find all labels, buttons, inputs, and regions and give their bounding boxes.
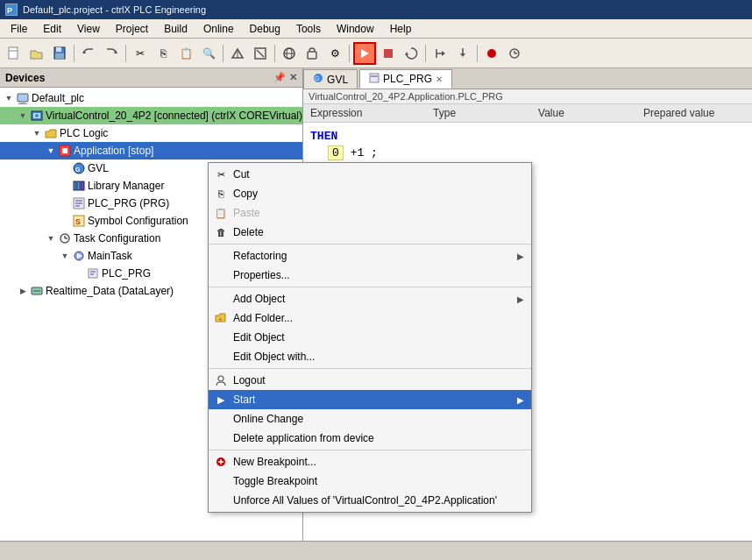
ctx-logout[interactable]: Logout <box>209 371 531 390</box>
ctx-refactoring-label: Refactoring <box>233 250 287 262</box>
ctx-toggle-breakpoint[interactable]: Toggle Breakpoint <box>209 471 531 491</box>
sep3 <box>223 45 223 62</box>
breakpoint-icon <box>214 455 228 469</box>
settings-button[interactable]: ⚙ <box>324 43 345 64</box>
svg-rect-29 <box>18 94 28 102</box>
svg-rect-18 <box>384 49 393 58</box>
tree-item-application[interactable]: ▼ Application [stop] <box>0 142 302 159</box>
ctx-sep3 <box>209 368 531 369</box>
breakpoint-button[interactable] <box>481 43 502 64</box>
library-manager-label: Library Manager <box>88 178 164 194</box>
svg-rect-30 <box>20 102 25 103</box>
ctx-unforce[interactable]: Unforce All Values of 'VirtualControl_20… <box>209 491 531 510</box>
expand-virtualcontrol[interactable]: ▼ <box>16 109 30 123</box>
ctx-refactoring[interactable]: Refactoring ▶ <box>209 246 531 266</box>
statusbar <box>0 541 752 560</box>
expand-application[interactable]: ▼ <box>44 144 58 158</box>
menu-help[interactable]: Help <box>383 21 419 37</box>
svg-line-12 <box>257 50 264 57</box>
ctx-delete[interactable]: 🗑 Delete <box>209 223 531 242</box>
menu-window[interactable]: Window <box>330 21 381 37</box>
ctx-properties-label: Properties... <box>233 269 290 281</box>
menu-view[interactable]: View <box>70 21 107 37</box>
ctx-delete-app[interactable]: Delete application from device <box>209 429 531 448</box>
copy-button[interactable]: ⎘ <box>153 43 174 64</box>
undo-button[interactable] <box>78 43 99 64</box>
paste-button[interactable]: 📋 <box>175 43 196 64</box>
reset-button[interactable] <box>401 43 422 64</box>
tree-item-virtualcontrol[interactable]: ▼ VirtualControl_20_4P2 [connected] (ctr… <box>0 107 302 124</box>
save-button[interactable] <box>49 43 70 64</box>
ctx-unforce-label: Unforce All Values of 'VirtualControl_20… <box>233 494 497 507</box>
redo-button[interactable] <box>101 43 122 64</box>
expand-task-config[interactable]: ▼ <box>44 231 58 245</box>
maintask-icon <box>72 249 86 263</box>
expand-realtime[interactable]: ▶ <box>16 284 30 298</box>
svg-marker-24 <box>460 53 465 57</box>
tab-gvl[interactable]: G GVL <box>303 69 358 89</box>
ctx-edit-object[interactable]: Edit Object <box>209 328 531 347</box>
code-operator: +1 ; <box>351 146 378 159</box>
menu-build[interactable]: Build <box>157 21 195 37</box>
plc-connected-icon <box>30 109 44 123</box>
scissors-icon: ✂ <box>214 167 228 181</box>
stepinto-button[interactable] <box>452 43 473 64</box>
close-icon[interactable]: ✕ <box>289 72 297 83</box>
editor-columns: Expression Type Value Prepared value Add <box>303 104 752 123</box>
stop-button[interactable] <box>378 43 399 64</box>
ctx-cut[interactable]: ✂ Cut <box>209 165 531 184</box>
plc-prg-child-label: PLC_PRG <box>102 266 151 281</box>
cut-button[interactable]: ✂ <box>130 43 151 64</box>
application-label: Application [stop] <box>74 143 153 159</box>
svg-rect-53 <box>89 269 97 278</box>
application-stop-icon <box>58 144 72 158</box>
ctx-copy-label: Copy <box>233 188 258 200</box>
menubar: File Edit View Project Build Online Debu… <box>0 19 752 39</box>
new-button[interactable] <box>4 43 25 64</box>
gvl-tab-icon: G <box>313 73 323 86</box>
menu-debug[interactable]: Debug <box>243 21 287 37</box>
menu-online[interactable]: Online <box>196 21 241 37</box>
ctx-edit-object-with[interactable]: Edit Object with... <box>209 347 531 366</box>
tab-bar: G GVL PLC_PRG ✕ <box>303 68 752 89</box>
ctx-add-object[interactable]: Add Object ▶ <box>209 289 531 308</box>
clean-button[interactable] <box>250 43 271 64</box>
ctx-online-change-label: Online Change <box>233 413 303 425</box>
menu-edit[interactable]: Edit <box>36 21 68 37</box>
ctx-add-folder[interactable]: + Add Folder... <box>209 308 531 328</box>
open-button[interactable] <box>26 43 47 64</box>
tab-plc-prg[interactable]: PLC_PRG ✕ <box>359 69 452 89</box>
menu-project[interactable]: Project <box>109 21 155 37</box>
tree-item-default-plc[interactable]: ▼ Default_plc <box>0 89 302 107</box>
find-button[interactable]: 🔍 <box>198 43 219 64</box>
tree-item-plc-logic[interactable]: ▼ PLC Logic <box>0 124 302 142</box>
ctx-new-breakpoint[interactable]: New Breakpoint... <box>209 452 531 471</box>
online-button[interactable] <box>279 43 300 64</box>
svg-point-34 <box>35 114 39 117</box>
watch-button[interactable] <box>504 43 525 64</box>
svg-rect-2 <box>9 47 18 59</box>
stepover-button[interactable] <box>429 43 450 64</box>
prg-small-icon <box>86 266 100 280</box>
ctx-toggle-breakpoint-label: Toggle Breakpoint <box>233 475 317 487</box>
ctx-sep4 <box>209 450 531 450</box>
ctx-add-folder-label: Add Folder... <box>233 312 293 324</box>
paste-icon: 📋 <box>214 206 228 220</box>
ctx-online-change[interactable]: Online Change <box>209 409 531 429</box>
expand-plc-logic[interactable]: ▼ <box>30 126 44 140</box>
ctx-properties[interactable]: Properties... <box>209 266 531 285</box>
ctx-copy[interactable]: ⎘ Copy <box>209 184 531 203</box>
menu-tools[interactable]: Tools <box>289 21 328 37</box>
ctx-start[interactable]: ▶ Start ▶ <box>209 390 531 409</box>
sep5 <box>349 45 350 62</box>
pin-icon[interactable]: 📌 <box>273 72 286 83</box>
expand-maintask[interactable]: ▼ <box>58 249 72 263</box>
login-button[interactable] <box>302 43 323 64</box>
start-button[interactable] <box>353 42 376 65</box>
menu-file[interactable]: File <box>4 21 34 37</box>
expand-default-plc[interactable]: ▼ <box>2 91 16 105</box>
plc-prg-tab-close[interactable]: ✕ <box>436 74 443 84</box>
gvl-tab-label: GVL <box>327 74 348 86</box>
sep1 <box>74 45 74 62</box>
build-button[interactable] <box>227 43 248 64</box>
